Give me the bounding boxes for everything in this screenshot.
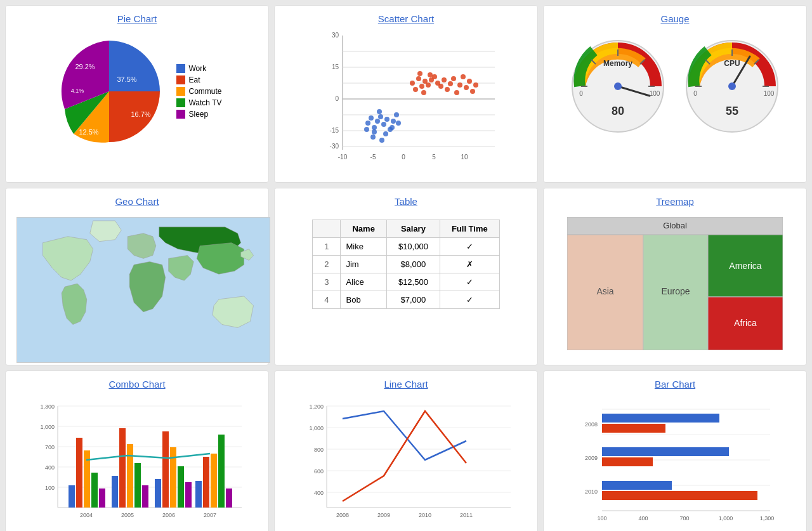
svg-point-60 [390,125,395,130]
table-cell-fulltime: ✗ [440,256,499,273]
svg-text:2007: 2007 [204,512,216,518]
svg-text:0: 0 [693,90,697,97]
geo-chart-title[interactable]: Geo Chart [115,196,159,207]
svg-rect-130 [195,481,202,508]
table-cell-num: 1 [313,238,341,256]
table-cell-salary: $8,000 [386,256,440,273]
svg-text:2010: 2010 [419,512,431,518]
svg-rect-134 [226,488,232,508]
scatter-chart-svg: 30 15 0 -15 -30 -10 -5 0 5 10 [311,29,501,169]
svg-text:2010: 2010 [585,488,598,495]
gauge-card: Gauge Memory 0 [543,5,807,183]
table-title[interactable]: Table [395,196,417,207]
svg-text:700: 700 [679,515,689,521]
legend-color-eat [176,75,185,84]
svg-point-42 [461,74,466,79]
legend-watchtv: Watch TV [176,98,221,107]
svg-rect-123 [134,463,141,508]
svg-point-41 [457,82,462,88]
svg-text:2008: 2008 [585,421,598,428]
svg-rect-165 [602,424,665,433]
legend-label-sleep: Sleep [188,110,208,119]
legend-label-watchtv: Watch TV [188,98,221,107]
line-chart-card: Line Chart 1,200 1,000 800 600 400 2008 … [274,370,538,531]
svg-point-46 [473,82,478,88]
svg-text:400: 400 [45,464,55,471]
legend-color-commute [176,87,185,96]
legend-color-sleep [176,110,185,119]
svg-point-49 [372,125,377,130]
svg-point-33 [421,90,426,95]
svg-text:1,300: 1,300 [760,515,775,521]
svg-text:37.5%: 37.5% [117,75,137,83]
svg-rect-168 [602,481,672,490]
combo-chart-title[interactable]: Combo Chart [108,379,165,390]
svg-rect-132 [211,454,217,508]
svg-point-35 [438,84,443,89]
svg-rect-133 [218,435,225,508]
table-cell-num: 2 [313,256,341,273]
svg-rect-121 [119,428,126,508]
svg-rect-126 [162,431,169,508]
legend-work: Work [176,64,221,73]
pie-chart-title[interactable]: Pie Chart [117,13,157,24]
svg-point-45 [470,89,475,94]
svg-text:2005: 2005 [121,512,134,518]
svg-point-23 [410,81,415,86]
svg-point-57 [372,129,377,134]
svg-rect-166 [602,447,729,456]
table-cell-name: Jim [341,256,386,273]
svg-point-53 [384,117,390,122]
svg-text:0: 0 [402,154,405,161]
svg-text:-30: -30 [330,143,339,150]
svg-rect-122 [127,444,133,508]
svg-text:12.5%: 12.5% [79,128,99,136]
table-cell-fulltime: ✓ [440,273,499,291]
treemap-card: Treemap Global Asia Europe America Afric… [543,188,807,365]
gauges-container: Memory 0 100 80 CPU [567,36,783,137]
table-cell-fulltime: ✓ [440,238,499,256]
svg-rect-167 [602,457,653,466]
svg-point-63 [370,134,376,140]
cpu-gauge-svg: CPU 0 100 55 [681,36,783,137]
svg-rect-115 [69,485,75,508]
table-row: 1 Mike $10,000 ✓ [313,238,499,256]
svg-text:2011: 2011 [460,512,473,518]
legend-color-watchtv [176,98,185,107]
svg-rect-169 [602,491,757,500]
geo-chart-svg [16,217,270,363]
svg-text:Global: Global [663,221,687,230]
svg-point-34 [428,72,433,77]
svg-rect-127 [170,447,176,508]
svg-point-47 [365,121,370,126]
svg-text:100: 100 [45,485,55,491]
svg-point-73 [614,82,622,90]
scatter-chart-title[interactable]: Scatter Chart [378,13,434,24]
treemap-svg: Global Asia Europe America Africa [567,217,783,350]
geo-chart-container [16,217,258,357]
svg-point-24 [416,76,421,81]
pie-chart-container: 37.5% 16.7% 12.5% 4.1% 29.2% Work Eat Co… [52,34,221,148]
bar-chart-title[interactable]: Bar Chart [655,379,695,390]
pie-legend: Work Eat Commute Watch TV Sleep [176,64,221,119]
combo-chart-card: Combo Chart 1,300 1,000 700 400 100 2004… [5,370,269,531]
svg-text:100: 100 [650,90,660,97]
table-cell-name: Mike [341,238,386,256]
svg-rect-116 [76,438,82,508]
treemap-title[interactable]: Treemap [656,196,693,207]
svg-text:700: 700 [45,444,55,450]
table-cell-salary: $7,000 [386,291,440,309]
geo-chart-card: Geo Chart [5,188,269,365]
svg-rect-131 [203,457,209,508]
svg-text:80: 80 [612,105,624,117]
gauge-title[interactable]: Gauge [660,13,689,24]
svg-text:100: 100 [597,515,606,521]
svg-point-32 [417,71,422,76]
svg-point-59 [383,131,388,136]
svg-point-48 [369,115,374,121]
svg-text:-15: -15 [330,127,339,134]
data-table: Name Salary Full Time 1 Mike $10,000 ✓ 2… [312,220,499,309]
line-chart-title[interactable]: Line Chart [384,379,428,390]
svg-rect-125 [155,479,161,508]
table-cell-name: Alice [341,273,386,291]
